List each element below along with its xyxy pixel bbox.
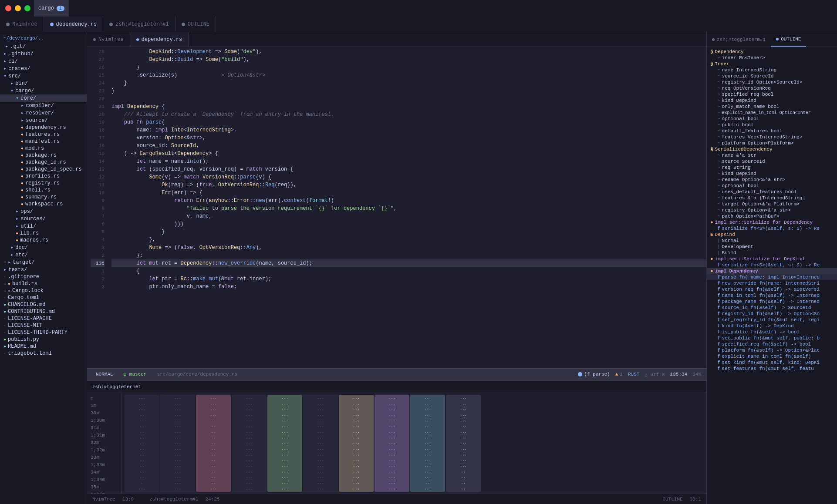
rp-tab-outline[interactable]: OUTLINE	[771, 32, 806, 47]
outline-item-s-registry[interactable]: ~ registry Option<&'a str>	[707, 207, 837, 213]
sidebar-item-crates[interactable]: ▸ crates/	[0, 65, 87, 72]
outline-item-impl-serialize-depkind[interactable]: ● impl ser::Serialize for DepKind	[707, 256, 837, 262]
sidebar-item-source[interactable]: ▸ source/	[0, 117, 87, 124]
sidebar-item-gitignore[interactable]: · .gitignore	[0, 273, 87, 280]
sidebar-item-target[interactable]: ○ ▸ target/	[0, 259, 87, 266]
sidebar-item-util[interactable]: ▸ util/	[0, 222, 87, 230]
sidebar-item-cargo[interactable]: ▾ cargo/	[0, 87, 87, 94]
tab-dependency-editor[interactable]: dependency.rs	[130, 32, 189, 47]
outline-item-platform-fn[interactable]: f platform fn(&self) -> Option<&Plat	[707, 347, 837, 353]
outline-item-kind[interactable]: ~ kind DepKind	[707, 97, 837, 104]
sidebar-item-github[interactable]: ▸ .github/	[0, 50, 87, 57]
sidebar-item-package-id-rs[interactable]: ● package_id.rs	[0, 159, 87, 166]
outline-item-name[interactable]: ~ name InternedString	[707, 67, 837, 73]
sidebar-item-workspace-rs[interactable]: ● workspace.rs	[0, 201, 87, 208]
outline-item-platform[interactable]: ~ platform Option<Platform>	[707, 140, 837, 146]
code-content[interactable]: DepKind::Development => Some("dev"), Dep…	[108, 47, 706, 368]
outline-item-req[interactable]: ~ req OptVersionReq	[707, 85, 837, 91]
outline-item-inner[interactable]: ~ inner Rc<Inner>	[707, 55, 837, 61]
outline-item-set-public[interactable]: f set_public fn(&mut self, public: b	[707, 335, 837, 341]
sidebar-item-profiles-rs[interactable]: ● profiles.rs	[0, 173, 87, 180]
sidebar-item-resolver[interactable]: ▸ resolver/	[0, 109, 87, 117]
sidebar-item-git[interactable]: ▸ .git/	[0, 43, 87, 50]
outline-item-explicit-name[interactable]: ~ explicit_name_in_toml Option<Inter	[707, 110, 837, 116]
outline-item-explicit-name-fn[interactable]: f explicit_name_in_toml fn(&self)	[707, 353, 837, 360]
outline-item-source-id[interactable]: ~ source_id SourceId	[707, 73, 837, 79]
sidebar-item-package-id-spec-rs[interactable]: ● package_id_spec.rs	[0, 166, 87, 173]
sidebar-item-license-mit[interactable]: · LICENSE-MIT	[0, 322, 87, 329]
outline-item-s-rename[interactable]: ~ rename Option<&'a str>	[707, 177, 837, 183]
outline-item-source-id-fn[interactable]: f source_id fn(&self) -> SourceId	[707, 305, 837, 311]
outline-item-s-target[interactable]: ~ target Option<&'a Platform>	[707, 201, 837, 207]
outline-item-new-override[interactable]: f new_override fn(name: InternedStri	[707, 280, 837, 286]
outline-item-registry-id-fn[interactable]: f registry_id fn(&self) -> Option<So	[707, 311, 837, 317]
outline-item-impl-dependency[interactable]: ● impl Dependency	[707, 268, 837, 274]
outline-item-set-registry[interactable]: f set_registry_id fn(&mut self, regi	[707, 317, 837, 323]
outline-item-impl-serialize[interactable]: ● impl ser::Serialize for Dependency	[707, 219, 837, 225]
outline-item-depkind[interactable]: E DepKind	[707, 232, 837, 238]
outline-item-features-vec[interactable]: ~ features Vec<InternedString>	[707, 134, 837, 140]
outline-item-set-kind[interactable]: f set_kind fn(&mut self, kind: DepKi	[707, 360, 837, 366]
sidebar-item-compiler[interactable]: ▸ compiler/	[0, 102, 87, 109]
sidebar-item-readme[interactable]: ● README.md	[0, 343, 87, 350]
sidebar-item-dependency-rs[interactable]: ● dependency.rs	[0, 124, 87, 131]
sidebar-item-cargo-lock[interactable]: ○ ● Cargo.lock	[0, 287, 87, 294]
sidebar-item-registry-rs[interactable]: ● registry.rs	[0, 180, 87, 187]
sidebar-item-doc[interactable]: ▸ doc/	[0, 244, 87, 251]
sidebar-item-license-apache[interactable]: · LICENSE-APACHE	[0, 315, 87, 322]
sidebar-item-license-third[interactable]: · LICENSE-THIRD-PARTY	[0, 329, 87, 336]
sidebar-item-build-rs[interactable]: ○ ● build.rs	[0, 280, 87, 287]
outline-item-s-path[interactable]: ~ path Option<PathBuf>	[707, 213, 837, 219]
outline-item-optional[interactable]: ~ optional bool	[707, 116, 837, 122]
tab-outline[interactable]: OUTLINE	[176, 17, 216, 32]
sidebar-item-macros-rs[interactable]: ● macros.rs	[0, 237, 87, 244]
sidebar-item-package-rs[interactable]: ● package.rs	[0, 152, 87, 159]
maximize-button[interactable]	[24, 5, 30, 11]
outline-item-version-req[interactable]: f version_req fn(&self) -> &OptVersi	[707, 286, 837, 292]
outline-item-normal[interactable]: | Normal	[707, 238, 837, 244]
outline-item-s-kind[interactable]: ~ kind DepKind	[707, 171, 837, 177]
rp-tab-zsh[interactable]: zsh;#toggleterm#1	[707, 32, 771, 47]
sidebar-item-mod-rs[interactable]: ● mod.rs	[0, 145, 87, 152]
sidebar-item-features-rs[interactable]: ● features.rs	[0, 131, 87, 138]
sidebar-item-ci[interactable]: ▸ ci/	[0, 57, 87, 65]
sidebar-item-changelog[interactable]: ● CHANGELOG.md	[0, 301, 87, 308]
outline-item-s-optional[interactable]: ~ optional bool	[707, 183, 837, 189]
sidebar-item-triagebot[interactable]: · triagebot.toml	[0, 350, 87, 357]
outline-item-serialize-fn-depkind[interactable]: f serialize fn<S>(&self, s: S) -> Re	[707, 262, 837, 268]
sidebar-item-publish-py[interactable]: ● publish.py	[0, 336, 87, 343]
outline-item-name-in-toml[interactable]: f name_in_toml fn(&self) -> Interned	[707, 292, 837, 299]
outline-item-default-features[interactable]: ~ default_features bool	[707, 128, 837, 134]
sidebar-item-lib-rs[interactable]: ● lib.rs	[0, 230, 87, 237]
outline-item-specified-req[interactable]: ~ specified_req bool	[707, 91, 837, 97]
tab-nvimtree-editor[interactable]: NvimTree	[87, 32, 130, 47]
outline-item-serialize-fn[interactable]: f serialize fn<S>(&self, s: S) -> Re	[707, 225, 837, 232]
outline-item-specified-req-fn[interactable]: f specified_req fn(&self) -> bool	[707, 341, 837, 347]
close-button[interactable]	[5, 5, 11, 11]
outline-item-s-features[interactable]: ~ features &'a [InternedString]	[707, 195, 837, 201]
outline-item-parse-fn[interactable]: f parse fn( name: impl Into<Interned	[707, 274, 837, 280]
outline-item-s-req[interactable]: ~ req String	[707, 165, 837, 171]
outline-item-s-name[interactable]: ~ name &'a str	[707, 152, 837, 158]
outline-item-inner-struct[interactable]: § Inner	[707, 61, 837, 67]
sidebar-item-cargo-toml[interactable]: · Cargo.toml	[0, 294, 87, 301]
sidebar-item-shell-rs[interactable]: ● shell.rs	[0, 187, 87, 194]
sidebar-item-src[interactable]: ▾ src/	[0, 72, 87, 80]
outline-item-only-match[interactable]: ~ only_match_name bool	[707, 104, 837, 110]
outline-item-dependency[interactable]: § Dependency	[707, 49, 837, 55]
sidebar-item-ops[interactable]: ▸ ops/	[0, 208, 87, 215]
outline-item-set-features[interactable]: f set_features fn(&mut self, featu	[707, 366, 837, 372]
outline-item-s-source[interactable]: ~ source SourceId	[707, 158, 837, 165]
minimize-button[interactable]	[15, 5, 21, 11]
outline-item-build[interactable]: | Build	[707, 250, 837, 256]
cargo-tab[interactable]: cargo 1	[34, 0, 69, 17]
sidebar-item-contributing[interactable]: ● CONTRIBUTING.md	[0, 308, 87, 315]
outline-item-package-name[interactable]: f package_name fn(&self) -> Interned	[707, 299, 837, 305]
outline-item-is-public[interactable]: f is_public fn(&self) -> bool	[707, 329, 837, 335]
sidebar-item-etc[interactable]: ▸ etc/	[0, 251, 87, 259]
sidebar-item-core[interactable]: ▾ core/	[0, 94, 87, 102]
sidebar-item-sources[interactable]: ▸ sources/	[0, 215, 87, 222]
outline-item-public[interactable]: ~ public bool	[707, 122, 837, 128]
code-editor[interactable]: 2827262524 2322212019 1817161514 1312111…	[87, 47, 706, 368]
outline-item-serialized[interactable]: § SerializedDependency	[707, 146, 837, 152]
